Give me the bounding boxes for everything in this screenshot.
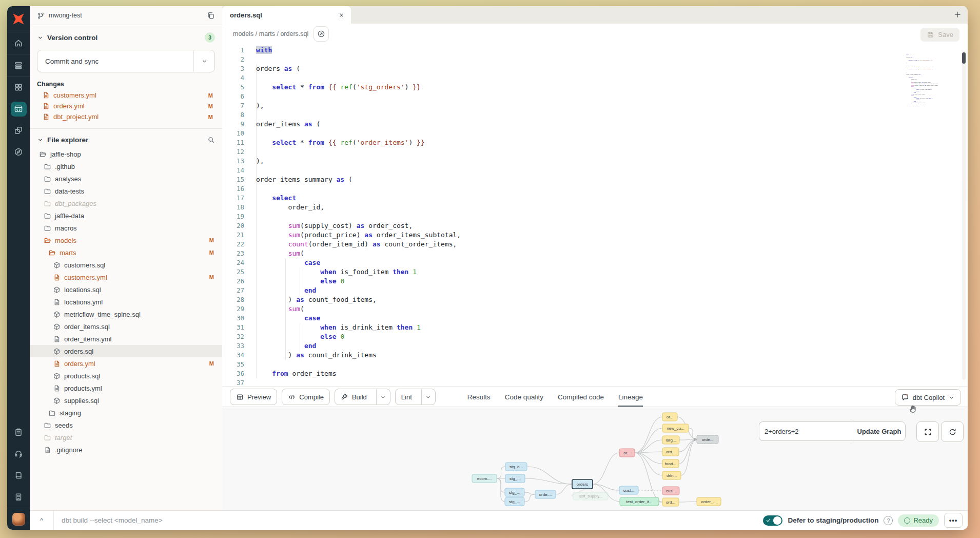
clipboard-icon[interactable] [7, 421, 30, 443]
support-icon[interactable] [7, 443, 30, 465]
dag-node-stg2[interactable]: stg_... [505, 474, 525, 483]
tree-item-marts[interactable]: martsM [30, 246, 222, 259]
tree-item-customers.yml[interactable]: customers.ymlM [30, 271, 222, 283]
tree-item-customers.sql[interactable]: customers.sql [30, 259, 222, 271]
dag-node-ghost[interactable]: test_supply... [573, 492, 608, 500]
dag-node-y6[interactable]: drin... [662, 471, 681, 479]
projects-icon[interactable] [7, 120, 30, 141]
tree-item-locations.yml[interactable]: locations.yml [30, 296, 222, 308]
dag-node-ordy[interactable]: ord... [662, 498, 679, 506]
tree-item-analyses[interactable]: analyses [30, 172, 222, 185]
dag-node-y2[interactable]: new_cu... [662, 424, 689, 432]
preview-button[interactable]: Preview [230, 389, 277, 405]
copy-icon[interactable] [207, 11, 215, 20]
commit-options-chevron[interactable] [193, 50, 214, 72]
tree-item-data-tests[interactable]: data-tests [30, 185, 222, 197]
dag-node-cust[interactable]: cust... [619, 486, 638, 494]
organization-icon[interactable] [7, 486, 30, 508]
chevron-down-icon[interactable] [376, 389, 390, 405]
tree-item-metricflow_time_spine.sql[interactable]: metricflow_time_spine.sql [30, 308, 222, 320]
version-control-header[interactable]: Version control 3 [30, 25, 222, 46]
tree-item-orders.sql[interactable]: orders.sql [30, 345, 222, 357]
tree-item-order_items.yml[interactable]: order_items.yml [30, 333, 222, 345]
chevron-down-icon[interactable] [421, 389, 435, 405]
file-explorer-header[interactable]: File explorer [30, 129, 222, 147]
close-icon[interactable] [338, 12, 345, 18]
editor-scrollbar[interactable] [962, 51, 966, 380]
dag-node-orp[interactable]: or... [619, 449, 635, 457]
tree-item-supplies.sql[interactable]: supplies.sql [30, 394, 222, 407]
search-icon[interactable] [207, 136, 215, 144]
dag-node-stg3[interactable]: stg_... [505, 488, 524, 496]
avatar[interactable] [12, 513, 25, 526]
dag-node-y1[interactable]: or... [662, 413, 677, 421]
tree-item-target[interactable]: target [30, 431, 222, 444]
scrollbar-thumb[interactable] [962, 52, 966, 64]
dag-node-orders[interactable]: orders [572, 479, 593, 489]
new-tab-plus-icon[interactable] [954, 11, 962, 18]
tab-orders-sql[interactable]: orders.sql [222, 6, 351, 24]
build-button[interactable]: Build [335, 389, 390, 405]
dag-node-y3[interactable]: larg... [662, 436, 679, 444]
save-button[interactable]: Save [920, 28, 959, 42]
tree-item-jaffle-shop[interactable]: jaffle-shop [30, 148, 222, 160]
update-graph-button[interactable]: Update Graph [853, 421, 906, 441]
command-bar-collapse-button[interactable]: ^ [30, 511, 54, 530]
tree-item-dbt_packages[interactable]: dbt_packages [30, 197, 222, 209]
develop-icon[interactable] [7, 98, 30, 120]
refresh-graph-button[interactable] [941, 421, 964, 442]
tree-item-products.sql[interactable]: products.sql [30, 370, 222, 382]
tree-item-seeds[interactable]: seeds [30, 419, 222, 431]
tree-item-products.yml[interactable]: products.yml [30, 382, 222, 394]
changed-file-customers.yml[interactable]: customers.yml M [30, 90, 222, 101]
fullscreen-button[interactable] [916, 421, 939, 442]
tree-item-macros[interactable]: macros [30, 222, 222, 234]
tab-compiled-code[interactable]: Compiled code [558, 387, 604, 407]
code-editor[interactable]: 1 with2 3 orders as (4 5 select * from {… [222, 44, 968, 386]
help-icon[interactable]: ? [884, 516, 893, 525]
changed-file-orders.yml[interactable]: orders.yml M [30, 101, 222, 111]
compass-icon[interactable] [7, 141, 30, 163]
defer-toggle[interactable] [763, 515, 782, 526]
tree-item-jaffle-data[interactable]: jaffle-data [30, 209, 222, 222]
tree-item-order_items.sql[interactable]: order_items.sql [30, 320, 222, 333]
apps-icon[interactable] [7, 76, 30, 98]
code-line-24: 24 case [222, 258, 906, 267]
changed-file-dbt_project.yml[interactable]: dbt_project.yml M [30, 111, 222, 122]
dag-node-cusp[interactable]: cus... [662, 487, 679, 495]
dag-node-gr[interactable]: orde... [697, 435, 718, 444]
tab-lineage[interactable]: Lineage [618, 387, 643, 407]
docs-icon[interactable] [7, 465, 30, 486]
tree-item-models[interactable]: modelsM [30, 234, 222, 246]
command-input[interactable] [54, 516, 763, 525]
tree-item-staging[interactable]: staging [30, 407, 222, 419]
more-options-button[interactable]: ••• [944, 513, 963, 528]
dag-node-toi[interactable]: test_order_it... [620, 497, 659, 506]
tree-item-orders.yml[interactable]: orders.ymlM [30, 357, 222, 370]
tab-code-quality[interactable]: Code quality [505, 387, 543, 407]
dag-node-stg1[interactable]: stg_o... [505, 463, 527, 471]
tree-item-locations.sql[interactable]: locations.sql [30, 283, 222, 296]
lint-main[interactable]: Lint [396, 389, 418, 405]
jobs-icon[interactable] [7, 54, 30, 76]
dag-node-y4[interactable]: ord... [662, 448, 679, 456]
tree-item-.gitignore[interactable]: .gitignore [30, 444, 222, 456]
dbt-logo-icon[interactable] [7, 6, 30, 32]
dag-node-ecom[interactable]: ecom.... [472, 474, 497, 483]
avatar-icon[interactable] [7, 508, 30, 530]
commit-and-sync-button[interactable]: Commit and sync [37, 50, 215, 72]
dbt-copilot-button[interactable]: dbt Copilot [895, 389, 961, 406]
dag-node-ordr[interactable]: order_... [697, 497, 721, 506]
home-icon[interactable] [7, 32, 30, 54]
dag-node-ord0[interactable]: orde.... [535, 490, 556, 498]
dag-node-stg4[interactable]: stg_... [505, 497, 524, 506]
open-in-lineage-icon[interactable] [313, 26, 329, 42]
build-main[interactable]: Build [335, 389, 373, 405]
lineage-selector-input[interactable] [759, 421, 853, 441]
minimap[interactable]: withorders as ( select * from {{ ref('st… [906, 53, 940, 177]
compile-button[interactable]: Compile [282, 389, 330, 405]
tab-results[interactable]: Results [467, 387, 491, 407]
lint-button[interactable]: Lint [395, 389, 436, 405]
dag-node-y5[interactable]: food... [662, 459, 679, 468]
tree-item-.github[interactable]: .github [30, 160, 222, 172]
